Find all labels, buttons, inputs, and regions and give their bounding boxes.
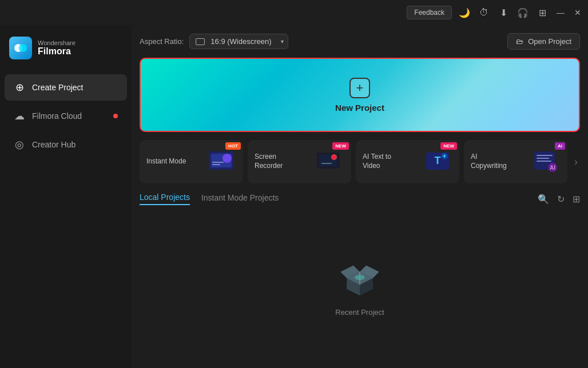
- aspect-ratio-select[interactable]: 16:9 (Widescreen) ▾: [189, 34, 288, 49]
- logo-text: Wondershare Filmora: [38, 39, 76, 57]
- sidebar-item-label-create: Create Project: [32, 83, 83, 92]
- tabs-right: 🔍 ↻ ⊞: [538, 194, 580, 205]
- ai-text-to-video-label: AI Text to Video: [363, 153, 403, 170]
- history-icon[interactable]: ⏱: [477, 6, 491, 19]
- empty-state-illustration: [334, 255, 386, 301]
- sidebar-item-label-cloud: Filmora Cloud: [32, 111, 82, 121]
- empty-state-label: Recent Project: [335, 308, 384, 317]
- new-project-label: New Project: [335, 103, 384, 113]
- more-cards-button[interactable]: ›: [572, 140, 580, 183]
- screen-recorder-label: Screen Recorder: [255, 153, 295, 170]
- logo-icon: [9, 37, 32, 59]
- svg-point-29: [355, 275, 365, 280]
- main-content: Aspect Ratio: 16:9 (Widescreen) ▾ 🗁 Open…: [132, 25, 588, 368]
- theme-icon[interactable]: 🌙: [458, 6, 471, 19]
- instant-mode-label: Instant Mode: [146, 157, 186, 166]
- refresh-icon[interactable]: ↻: [557, 194, 565, 205]
- svg-rect-11: [321, 163, 332, 164]
- new-project-plus-icon: +: [349, 78, 370, 98]
- cloud-notification-badge: [113, 114, 118, 118]
- grid-icon[interactable]: ⊞: [535, 6, 549, 19]
- title-bar: Feedback 🌙 ⏱ ⬇ 🎧 ⊞ — ✕: [0, 0, 588, 25]
- folder-icon: 🗁: [516, 37, 523, 46]
- open-project-label: Open Project: [528, 37, 571, 46]
- tab-local-projects[interactable]: Local Projects: [140, 193, 190, 205]
- svg-text:T: T: [435, 155, 441, 166]
- top-bar: Aspect Ratio: 16:9 (Widescreen) ▾ 🗁 Open…: [140, 33, 580, 50]
- search-icon[interactable]: 🔍: [538, 194, 549, 205]
- sidebar: Wondershare Filmora ⊕ Create Project ☁ F…: [0, 25, 132, 368]
- grid-view-icon[interactable]: ⊞: [573, 194, 580, 205]
- creator-hub-icon: ◎: [14, 138, 25, 151]
- projects-tabs: Local Projects Instant Mode Projects 🔍 ↻…: [140, 193, 580, 205]
- feature-cards: Instant Mode HOT Screen Recorder: [140, 140, 580, 183]
- screen-recorder-badge: NEW: [332, 142, 349, 150]
- new-project-banner[interactable]: + New Project: [140, 58, 580, 132]
- svg-rect-6: [212, 164, 220, 165]
- create-project-icon: ⊕: [14, 81, 25, 94]
- svg-rect-16: [537, 155, 553, 156]
- instant-mode-icon: [206, 147, 236, 177]
- tab-instant-mode-projects[interactable]: Instant Mode Projects: [201, 193, 279, 205]
- empty-state: Recent Project: [140, 212, 580, 360]
- download-icon[interactable]: ⬇: [496, 6, 510, 19]
- aspect-ratio-icon: [196, 38, 205, 45]
- feature-card-screen-recorder[interactable]: Screen Recorder NEW: [248, 140, 351, 183]
- feedback-button[interactable]: Feedback: [407, 6, 452, 19]
- svg-point-10: [332, 155, 336, 159]
- ai-copywriting-badge: AI: [555, 142, 565, 150]
- logo-area: Wondershare Filmora: [0, 31, 132, 73]
- sidebar-item-creator-hub[interactable]: ◎ Creator Hub: [5, 131, 127, 158]
- close-button[interactable]: ✕: [572, 7, 583, 18]
- screen-recorder-icon: [315, 147, 344, 177]
- tabs-left: Local Projects Instant Mode Projects: [140, 193, 279, 205]
- feature-card-ai-copywriting[interactable]: AI Copywriting AI AI: [464, 140, 567, 183]
- chevron-down-icon: ▾: [281, 38, 284, 45]
- sidebar-item-label-hub: Creator Hub: [32, 140, 76, 149]
- svg-rect-18: [537, 161, 551, 162]
- ai-copywriting-icon: AI: [531, 147, 561, 177]
- title-bar-icons: 🌙 ⏱ ⬇ 🎧 ⊞ — ✕: [458, 6, 583, 19]
- support-icon[interactable]: 🎧: [516, 6, 530, 19]
- svg-rect-17: [537, 158, 549, 159]
- ai-text-to-video-icon: T: [423, 147, 452, 177]
- aspect-ratio-value: 16:9 (Widescreen): [210, 37, 271, 46]
- svg-rect-5: [212, 162, 224, 163]
- aspect-ratio-label: Aspect Ratio:: [140, 37, 184, 46]
- brand-top: Wondershare: [38, 39, 76, 46]
- ai-copywriting-label: AI Copywriting: [471, 153, 511, 170]
- svg-point-4: [223, 154, 232, 163]
- sidebar-item-filmora-cloud[interactable]: ☁ Filmora Cloud: [5, 103, 127, 129]
- instant-mode-badge: HOT: [225, 142, 241, 150]
- ai-text-to-video-badge: NEW: [440, 142, 457, 150]
- aspect-ratio-section: Aspect Ratio: 16:9 (Widescreen) ▾: [140, 34, 288, 49]
- feature-card-instant-mode[interactable]: Instant Mode HOT: [140, 140, 243, 183]
- app-body: Wondershare Filmora ⊕ Create Project ☁ F…: [0, 25, 588, 368]
- feature-card-ai-text-to-video[interactable]: AI Text to Video T NEW: [356, 140, 459, 183]
- sidebar-item-create-project[interactable]: ⊕ Create Project: [5, 74, 127, 101]
- aspect-ratio-select-wrapper[interactable]: 16:9 (Widescreen) ▾: [189, 34, 288, 49]
- svg-text:AI: AI: [550, 165, 555, 171]
- open-project-button[interactable]: 🗁 Open Project: [507, 33, 580, 50]
- cloud-icon: ☁: [14, 110, 25, 122]
- svg-point-1: [19, 44, 27, 52]
- minimize-button[interactable]: —: [555, 7, 566, 18]
- brand-name: Filmora: [38, 46, 76, 57]
